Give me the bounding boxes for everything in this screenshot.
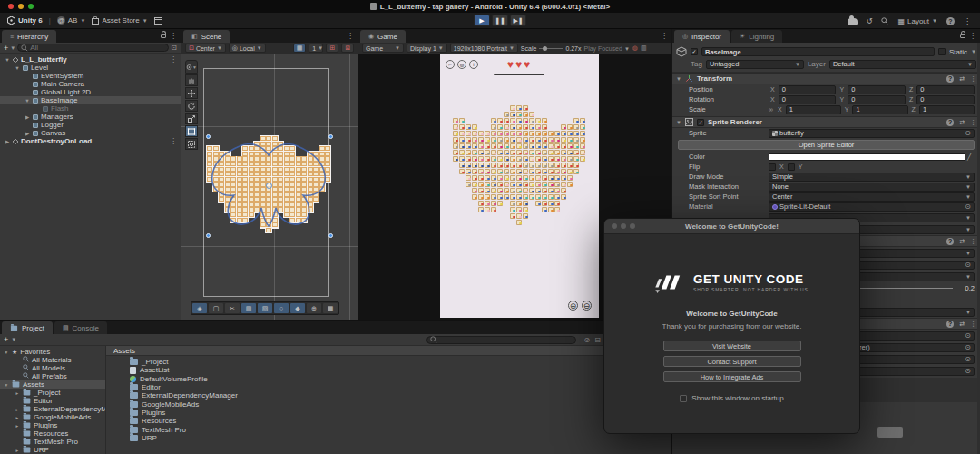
puzzle-tile[interactable] (535, 150, 541, 155)
display-dropdown[interactable]: Display 1▼ (407, 44, 447, 53)
transform-scale-x-field[interactable]: 1 (786, 105, 841, 114)
pause-button[interactable]: ❚❚ (492, 15, 508, 26)
puzzle-tile[interactable] (523, 150, 528, 155)
transform-position-y-field[interactable]: 0 (848, 85, 906, 94)
puzzle-tile[interactable] (485, 143, 490, 149)
puzzle-tile[interactable] (485, 207, 490, 212)
step-button[interactable]: ▶❚ (510, 15, 526, 26)
puzzle-tile[interactable] (485, 182, 490, 187)
puzzle-tile[interactable] (542, 156, 547, 162)
puzzle-tile[interactable] (491, 118, 496, 123)
puzzle-tile[interactable] (516, 143, 522, 149)
kebab-menu-icon[interactable]: ⋮ (661, 32, 668, 40)
puzzle-tile[interactable] (478, 131, 484, 136)
project-tree-item-assets[interactable]: ▾Assets (0, 380, 105, 389)
puzzle-tile[interactable] (548, 156, 554, 162)
search-filter-icon[interactable]: ⊡ (171, 44, 177, 52)
layer-dropdown[interactable]: Default▼ (829, 60, 976, 69)
rect-bounds-button[interactable]: ▢ (209, 303, 223, 313)
transform-scale-z-field[interactable]: 1 (919, 105, 975, 114)
move-tool-button[interactable] (185, 87, 198, 99)
puzzle-tile[interactable] (510, 143, 515, 149)
expand-arrow-icon[interactable]: ▼ (15, 65, 20, 71)
puzzle-tile[interactable] (561, 156, 566, 162)
puzzle-tile[interactable] (535, 163, 541, 168)
visit-website-button[interactable]: Visit Website (663, 340, 801, 351)
tab-inspector[interactable]: ◎Inspector (674, 30, 730, 43)
hierarchy-item-baseimage[interactable]: ▼BaseImage (0, 96, 181, 104)
puzzle-tile[interactable] (529, 124, 534, 130)
puzzle-tile[interactable] (472, 124, 477, 130)
kebab-menu-icon[interactable]: ⋮ (170, 137, 177, 145)
puzzle-tile[interactable] (535, 194, 541, 200)
grid-visibility-button[interactable]: ▦ (293, 44, 307, 53)
search-save-icon[interactable]: ⊘ (584, 336, 591, 344)
window-manager-icon[interactable] (154, 17, 162, 25)
puzzle-tile[interactable] (491, 131, 496, 136)
pivot-handle[interactable] (266, 183, 272, 189)
puzzle-tile[interactable] (580, 143, 585, 149)
hierarchy-item-logger[interactable]: Logger (0, 121, 181, 129)
grid-snapping-button[interactable]: ⊠ (341, 44, 354, 53)
puzzle-tile[interactable] (567, 143, 573, 149)
puzzle-tile[interactable] (510, 213, 515, 219)
puzzle-tile[interactable] (453, 156, 458, 162)
puzzle-tile[interactable] (516, 194, 522, 200)
puzzle-tile[interactable] (453, 143, 458, 149)
puzzle-tile[interactable] (573, 150, 579, 155)
puzzle-tile[interactable] (535, 124, 541, 130)
puzzle-tile[interactable] (478, 156, 484, 162)
active-checkbox[interactable]: ✓ (691, 48, 698, 55)
puzzle-tile[interactable] (491, 175, 496, 181)
help-icon[interactable]: ? (946, 17, 955, 25)
puzzle-tile[interactable] (485, 131, 490, 136)
puzzle-tile[interactable] (567, 169, 573, 174)
puzzle-tile[interactable] (573, 137, 579, 143)
puzzle-tile[interactable] (516, 220, 522, 225)
resolution-dropdown[interactable]: 1920x1080 Portrait▼ (450, 44, 518, 53)
mask-interaction-dropdown[interactable]: None▼ (769, 183, 975, 192)
component-enabled-checkbox[interactable]: ✓ (697, 119, 704, 126)
puzzle-tile[interactable] (516, 131, 522, 136)
tab-hierarchy[interactable]: ≡Hierarchy (2, 30, 56, 43)
puzzle-tile[interactable] (516, 150, 522, 155)
puzzle-tile[interactable] (491, 163, 496, 168)
puzzle-tile[interactable] (504, 137, 509, 143)
help-icon[interactable]: ? (946, 321, 954, 328)
puzzle-tile[interactable] (523, 182, 528, 187)
kebab-menu-icon[interactable]: ⋮ (347, 32, 354, 40)
puzzle-tile[interactable] (529, 182, 534, 187)
puzzle-tile[interactable] (478, 194, 484, 200)
create-button[interactable]: + (4, 44, 8, 53)
puzzle-tile[interactable] (561, 137, 566, 143)
puzzle-tile[interactable] (510, 118, 515, 123)
expand-arrow-icon[interactable]: ▶ (24, 114, 30, 120)
tab-game[interactable]: ◉Game (360, 30, 406, 43)
tab-lighting[interactable]: ☀Lighting (731, 30, 782, 43)
puzzle-tile[interactable] (554, 201, 560, 206)
project-tree-item-urp[interactable]: ▸URP (0, 446, 105, 454)
project-search-input[interactable] (426, 336, 576, 344)
puzzle-tile[interactable] (542, 118, 547, 123)
puzzle-tile[interactable] (542, 188, 547, 193)
selection-handle-top-left[interactable] (206, 134, 211, 139)
puzzle-tile[interactable] (491, 156, 496, 162)
puzzle-tile[interactable] (554, 143, 560, 149)
puzzle-tile[interactable] (573, 124, 579, 130)
kebab-menu-icon[interactable]: ⋮ (170, 32, 177, 40)
orientation-dropdown[interactable]: ◎Local▼ (229, 44, 266, 53)
puzzle-tile[interactable] (580, 150, 585, 155)
puzzle-tile[interactable] (554, 156, 560, 162)
selection-handle-top-right[interactable] (328, 134, 333, 139)
puzzle-tile[interactable] (580, 156, 585, 162)
puzzle-tile[interactable] (554, 169, 560, 174)
puzzle-tile[interactable] (523, 163, 528, 168)
gameobject-name-field[interactable]: BaseImage (701, 47, 935, 56)
object-picker-icon[interactable]: ⊙ (965, 202, 971, 211)
puzzle-tile[interactable] (472, 194, 477, 200)
puzzle-tile[interactable] (491, 182, 496, 187)
zoom-out-button[interactable]: ⊖ (582, 301, 592, 311)
project-tree-item-externaldependencymanage[interactable]: ▸ExternalDependencyManage (0, 405, 105, 413)
material-object-field[interactable]: Sprite-Lit-Default⊙ (769, 202, 975, 212)
expand-arrow-icon[interactable]: ▸ (15, 390, 20, 396)
